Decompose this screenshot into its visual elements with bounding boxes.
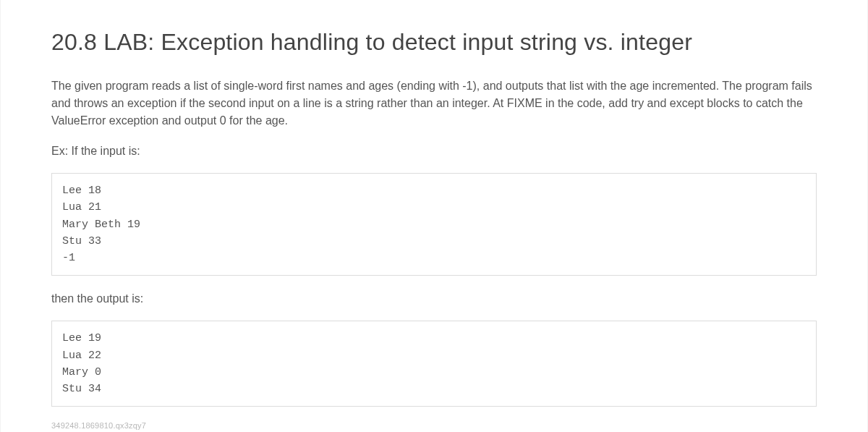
footer-code: 349248.1869810.qx3zqy7 [51,421,817,430]
lab-description: The given program reads a list of single… [51,77,817,130]
then-output-text: then the output is: [51,290,817,308]
lab-content: 20.8 LAB: Exception handling to detect i… [0,0,868,432]
output-example-block: Lee 19 Lua 22 Mary 0 Stu 34 [51,321,817,407]
example-prompt: Ex: If the input is: [51,143,817,160]
lab-title: 20.8 LAB: Exception handling to detect i… [51,29,817,56]
input-example-block: Lee 18 Lua 21 Mary Beth 19 Stu 33 -1 [51,173,817,276]
